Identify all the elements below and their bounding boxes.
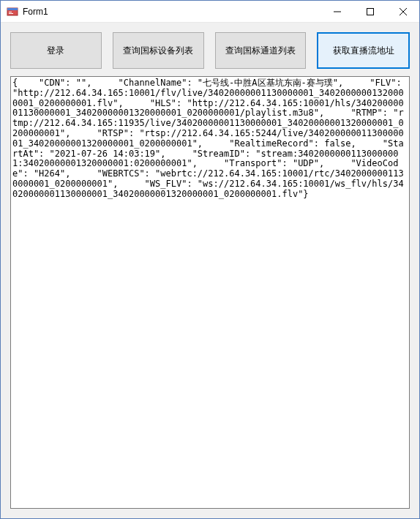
get-stream-button[interactable]: 获取直播流地址 <box>317 32 410 69</box>
login-button[interactable]: 登录 <box>10 32 102 69</box>
maximize-button[interactable] <box>353 1 386 22</box>
app-icon <box>7 6 18 18</box>
svg-rect-5 <box>367 8 373 15</box>
titlebar: Form1 <box>1 1 419 23</box>
close-button[interactable] <box>386 1 419 22</box>
svg-rect-1 <box>7 8 18 10</box>
svg-rect-2 <box>9 12 12 12</box>
window-title: Form1 <box>23 7 320 17</box>
button-row: 登录 查询国标设备列表 查询国标通道列表 获取直播流地址 <box>10 32 410 69</box>
minimize-button[interactable] <box>320 1 353 22</box>
query-channels-button[interactable]: 查询国标通道列表 <box>215 32 307 69</box>
query-devices-button[interactable]: 查询国标设备列表 <box>113 32 204 69</box>
app-window: Form1 登录 查询国标设备列表 查询国标通道列表 获取直播流地址 <box>0 0 420 519</box>
output-panel <box>10 76 410 509</box>
svg-rect-3 <box>9 13 13 14</box>
output-textarea[interactable] <box>11 77 409 508</box>
window-controls <box>320 1 419 22</box>
client-area: 登录 查询国标设备列表 查询国标通道列表 获取直播流地址 <box>1 23 419 518</box>
